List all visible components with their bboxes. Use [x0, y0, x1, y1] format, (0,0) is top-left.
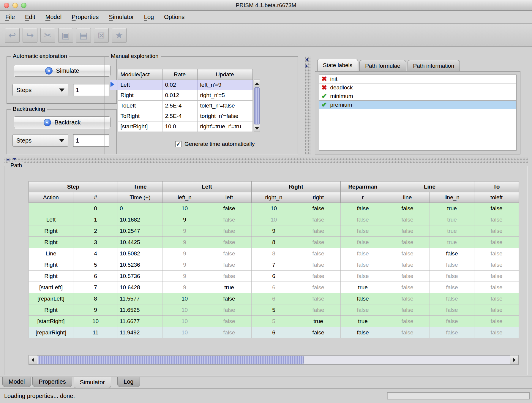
manual-row-toright[interactable]: ToRight2.5E-4toright_n'=false	[110, 111, 252, 121]
path-scrollbar-thumb[interactable]	[38, 356, 304, 364]
tab-path-information[interactable]: Path information	[408, 60, 460, 71]
path-row-4[interactable]: Line410.50829false8falsefalsefalsefalsef…	[29, 248, 519, 259]
path-cell: false	[385, 259, 430, 271]
toolbar: ↩↪✂▣▤⊠★	[0, 24, 532, 47]
state-label-init[interactable]: ✖init	[319, 75, 517, 83]
cut-button[interactable]: ✂	[40, 28, 55, 43]
collapse-down-icon[interactable]	[13, 158, 16, 161]
path-horizontal-scrollbar[interactable]	[29, 355, 519, 365]
vertical-splitter[interactable]	[305, 56, 311, 155]
minimize-window-button[interactable]	[12, 3, 18, 8]
manual-row-startright[interactable]: [startRight]10.0right'=true, r'=tru	[110, 121, 252, 132]
state-label-premium[interactable]: ✔premium	[319, 100, 517, 109]
path-cell: false	[385, 225, 430, 237]
tab-state-labels[interactable]: State labels	[317, 59, 358, 71]
simulate-button[interactable]: » Simulate	[14, 65, 110, 77]
state-label-deadlock[interactable]: ✖deadlock	[319, 83, 517, 92]
state-label-text: deadlock	[330, 84, 353, 91]
titlebar[interactable]: PRISM 4.1.beta.r6673M	[0, 0, 532, 11]
scrollbar-thumb[interactable]	[254, 87, 260, 124]
undo-button[interactable]: ↩	[5, 28, 20, 43]
menu-model[interactable]: Model	[45, 14, 61, 20]
path-cell: false	[430, 293, 474, 304]
path-row-1[interactable]: Left110.16829false10falsefalsefalsetruef…	[29, 214, 519, 225]
tab-simulator[interactable]: Simulator	[74, 377, 111, 388]
tab-path-formulae[interactable]: Path formulae	[359, 60, 406, 71]
auto-steps-dropdown[interactable]: Steps	[12, 84, 68, 96]
backtrack-button[interactable]: « Backtrack	[14, 116, 110, 128]
collapse-right-icon[interactable]	[306, 64, 308, 68]
path-cell: 9	[162, 271, 207, 282]
path-row-7[interactable]: [startLeft]710.64289true6falsetruefalsef…	[29, 282, 519, 293]
menu-edit[interactable]: Edit	[25, 14, 35, 20]
menu-simulator[interactable]: Simulator	[109, 14, 134, 20]
backtrack-steps-input[interactable]	[73, 134, 109, 147]
path-group-right: Right	[252, 181, 341, 192]
path-cell: 0	[73, 203, 118, 214]
manual-cell-update: right_n'=5	[197, 90, 252, 101]
path-row-6[interactable]: Right610.57369false6falsefalsefalsefalse…	[29, 271, 519, 282]
scroll-right-button[interactable]	[510, 355, 518, 364]
path-cell: 6	[73, 271, 118, 282]
chevron-down-icon	[59, 139, 64, 142]
generate-time-checkbox[interactable]: ✓	[175, 141, 181, 147]
arrow-down-icon	[255, 127, 259, 130]
scrollbar-track[interactable]	[254, 87, 260, 124]
horizontal-splitter[interactable]	[4, 157, 528, 163]
delete-icon: ⊠	[97, 31, 105, 40]
path-row-10[interactable]: [startRight]1011.667710false5truetruefal…	[29, 316, 519, 327]
paste-button[interactable]: ▤	[76, 28, 91, 43]
star-button[interactable]: ★	[112, 28, 127, 43]
redo-button[interactable]: ↪	[23, 28, 37, 43]
menu-log[interactable]: Log	[144, 14, 154, 20]
path-row-3[interactable]: Right310.44259false8falsefalsefalsetruef…	[29, 237, 519, 248]
path-row-11[interactable]: [repairRight]1111.949210false6falsefalse…	[29, 327, 519, 338]
manual-row-left[interactable]: Left0.02left_n'=9	[110, 80, 252, 90]
manual-row-gutter	[110, 101, 118, 111]
scroll-left-button[interactable]	[29, 355, 37, 364]
path-row-8[interactable]: [repairLeft]811.557710false6falsefalsefa…	[29, 293, 519, 304]
tab-properties[interactable]: Properties	[32, 377, 72, 387]
auto-steps-input[interactable]	[73, 84, 109, 96]
path-cell: true	[430, 203, 474, 214]
path-cell: true	[430, 237, 474, 248]
traffic-lights	[4, 3, 26, 8]
path-cell: false	[341, 304, 385, 316]
menu-options[interactable]: Options	[164, 14, 184, 20]
path-cell: 9	[162, 259, 207, 271]
path-row-9[interactable]: Right911.652510false5falsefalsefalsefals…	[29, 304, 519, 316]
path-cell: false	[341, 259, 385, 271]
star-icon: ★	[115, 31, 123, 40]
state-label-minimum[interactable]: ✔minimum	[319, 92, 517, 101]
backtrack-steps-dropdown[interactable]: Steps	[12, 134, 68, 147]
manual-cell-module: ToRight	[118, 111, 162, 121]
path-row-0[interactable]: 0010false10falsefalsefalsetruefalse	[29, 203, 519, 214]
manual-cell-update: right'=true, r'=tru	[197, 121, 252, 132]
copy-icon: ▣	[61, 31, 70, 40]
collapse-left-icon[interactable]	[306, 58, 308, 61]
path-row-2[interactable]: Right210.25479false9falsefalsefalsetruef…	[29, 225, 519, 237]
menu-bar: FileEditModelPropertiesSimulatorLogOptio…	[0, 11, 532, 24]
copy-button[interactable]: ▣	[58, 28, 73, 43]
manual-col-rate: Rate	[162, 69, 197, 80]
tab-log[interactable]: Log	[117, 377, 140, 387]
manual-cell-rate: 0.02	[162, 80, 197, 90]
generate-time-option[interactable]: ✓ Generate time automatically	[175, 141, 255, 147]
paste-icon: ▤	[79, 31, 88, 40]
path-cell: 10.5236	[118, 259, 162, 271]
menu-properties[interactable]: Properties	[72, 14, 99, 20]
scroll-up-button[interactable]	[254, 80, 260, 87]
delete-button[interactable]: ⊠	[94, 28, 109, 43]
scroll-down-button[interactable]	[254, 125, 260, 132]
path-cell: false	[474, 225, 519, 237]
zoom-window-button[interactable]	[21, 3, 26, 8]
path-row-5[interactable]: Right510.52369false7falsefalsefalsefalse…	[29, 259, 519, 271]
menu-file[interactable]: File	[5, 14, 15, 20]
path-cell: false	[207, 237, 252, 248]
manual-row-right[interactable]: Right0.012right_n'=5	[110, 90, 252, 101]
collapse-up-icon[interactable]	[6, 158, 10, 161]
manual-row-toleft[interactable]: ToLeft2.5E-4toleft_n'=false	[110, 101, 252, 111]
tab-model[interactable]: Model	[2, 377, 31, 387]
manual-table-scrollbar[interactable]	[254, 80, 260, 132]
close-window-button[interactable]	[4, 3, 9, 8]
